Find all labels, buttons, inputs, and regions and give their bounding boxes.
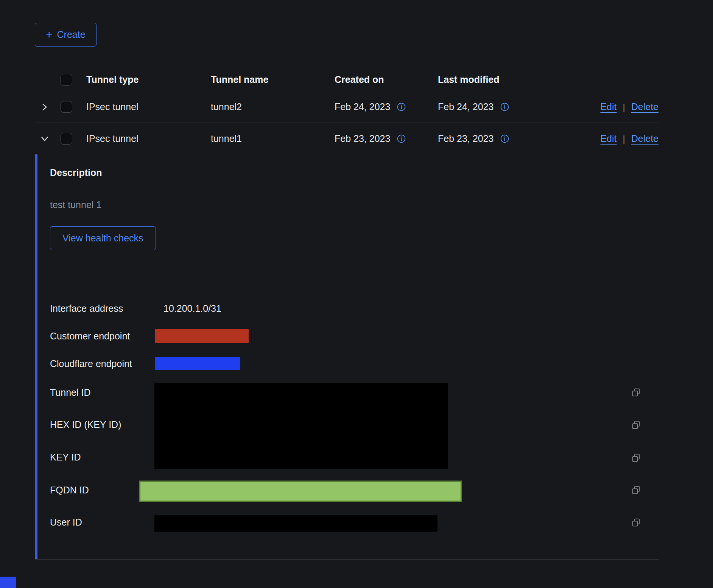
copy-key-id-icon[interactable] — [631, 453, 641, 463]
collapse-chevron-down-icon[interactable] — [36, 123, 53, 154]
row-checkbox[interactable] — [61, 101, 72, 113]
delete-link[interactable]: Delete — [631, 101, 659, 112]
view-health-checks-button[interactable]: View health checks — [50, 226, 156, 250]
tunnel-type-cell: IPsec tunnel — [86, 123, 139, 154]
delete-link[interactable]: Delete — [631, 133, 659, 144]
tunnel-type-cell: IPsec tunnel — [86, 91, 139, 123]
tunnels-page: + Create Tunnel type Tunnel name Created… — [0, 0, 713, 588]
create-button-label: Create — [57, 29, 86, 40]
copy-fqdn-id-icon[interactable] — [631, 485, 641, 495]
select-all-checkbox[interactable] — [61, 74, 72, 86]
customer-endpoint-redacted-value — [155, 329, 249, 343]
hex-id-label: HEX ID (KEY ID) — [50, 419, 121, 430]
action-separator: | — [623, 134, 625, 144]
header-tunnel-name: Tunnel name — [211, 68, 268, 91]
created-on-value: Feb 23, 2023 — [335, 133, 390, 144]
info-icon[interactable] — [397, 103, 406, 111]
edit-link[interactable]: Edit — [600, 133, 616, 144]
user-id-redacted-value — [154, 515, 437, 532]
last-modified-value: Feb 23, 2023 — [438, 133, 493, 144]
tunnel-name-cell: tunnel1 — [211, 123, 242, 154]
ids-redacted-block — [154, 383, 448, 469]
tunnel-id-label: Tunnel ID — [50, 387, 90, 398]
fqdn-id-redacted-value — [139, 481, 462, 502]
cloudflare-endpoint-redacted-value — [155, 357, 240, 370]
fqdn-id-label: FQDN ID — [50, 484, 89, 496]
customer-endpoint-label: Customer endpoint — [50, 330, 130, 342]
description-label: Description — [50, 167, 102, 178]
edit-link[interactable]: Edit — [600, 101, 616, 112]
detail-divider — [50, 275, 645, 275]
description-value: test tunnel 1 — [50, 199, 101, 210]
info-icon[interactable] — [500, 134, 509, 143]
action-separator: | — [623, 102, 625, 112]
view-health-checks-label: View health checks — [62, 233, 143, 244]
info-icon[interactable] — [397, 134, 406, 143]
row-checkbox[interactable] — [61, 133, 72, 145]
tunnel-name-cell: tunnel2 — [211, 91, 242, 123]
panel-bottom-divider — [35, 559, 659, 560]
copy-tunnel-id-icon[interactable] — [631, 388, 641, 398]
expanded-row-indicator-bar — [35, 154, 37, 559]
bottom-left-scroll-indicator — [0, 577, 16, 588]
copy-hex-id-icon[interactable] — [631, 420, 641, 430]
interface-address-label: Interface address — [50, 303, 123, 314]
user-id-label: User ID — [50, 516, 82, 528]
header-tunnel-type: Tunnel type — [86, 68, 139, 91]
header-last-modified: Last modified — [438, 68, 500, 91]
key-id-label: KEY ID — [50, 451, 81, 463]
expand-chevron-right-icon[interactable] — [36, 91, 53, 123]
created-on-value: Feb 24, 2023 — [335, 101, 390, 112]
header-created-on: Created on — [335, 68, 384, 91]
copy-user-id-icon[interactable] — [631, 518, 641, 528]
cloudflare-endpoint-label: Cloudflare endpoint — [50, 358, 132, 369]
info-icon[interactable] — [500, 103, 509, 111]
plus-icon: + — [46, 29, 53, 40]
interface-address-value: 10.200.1.0/31 — [163, 303, 221, 314]
create-button[interactable]: + Create — [35, 23, 97, 47]
last-modified-value: Feb 24, 2023 — [438, 101, 493, 112]
